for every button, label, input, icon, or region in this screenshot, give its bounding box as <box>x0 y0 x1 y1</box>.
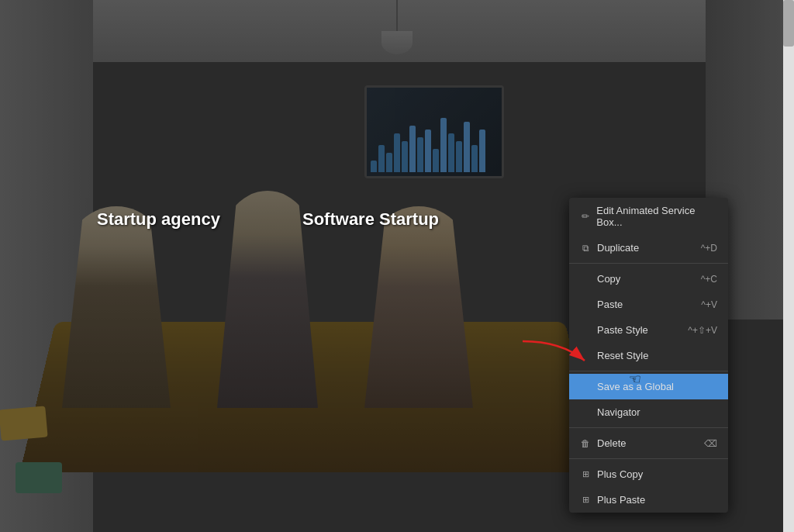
menu-item-save-global[interactable]: Save as a Global <box>569 374 728 399</box>
edit-label: Edit Animated Service Box... <box>596 205 717 228</box>
paste-style-label: Paste Style <box>597 324 648 336</box>
plus-paste-icon: ⊞ <box>580 495 591 506</box>
menu-item-edit[interactable]: ✏Edit Animated Service Box... <box>569 198 728 235</box>
copy-label: Copy <box>597 273 620 285</box>
delete-icon: 🗑 <box>580 438 591 449</box>
paste-shortcut: ^+V <box>701 299 717 310</box>
menu-item-paste[interactable]: Paste^+V <box>569 292 728 317</box>
scrollbar-thumb[interactable] <box>783 0 794 47</box>
reset-style-label: Reset Style <box>597 350 648 361</box>
paste-style-icon <box>580 325 591 336</box>
menu-item-paste-style[interactable]: Paste Style^+⇧+V <box>569 317 728 343</box>
copy-icon <box>580 274 591 285</box>
menu-item-reset-style[interactable]: Reset Style <box>569 343 728 368</box>
menu-item-copy[interactable]: Copy^+C <box>569 266 728 292</box>
edit-icon: ✏ <box>580 211 590 222</box>
bg-label-software-startup: Software Startup <box>302 209 439 230</box>
menu-item-plus-paste[interactable]: ⊞Plus Paste <box>569 487 728 513</box>
navigator-label: Navigator <box>597 406 640 418</box>
scrollbar[interactable] <box>783 0 794 532</box>
menu-divider-after-delete <box>569 458 728 459</box>
save-global-icon <box>580 382 591 392</box>
paste-label: Paste <box>597 299 623 310</box>
bg-label-startup-agency: Startup agency <box>97 209 220 230</box>
menu-item-delete[interactable]: 🗑Delete⌫ <box>569 430 728 456</box>
menu-divider-after-duplicate <box>569 263 728 264</box>
plus-copy-icon: ⊞ <box>580 469 591 480</box>
plus-paste-label: Plus Paste <box>597 494 645 506</box>
paste-style-shortcut: ^+⇧+V <box>688 325 717 336</box>
menu-divider-after-navigator <box>569 427 728 428</box>
menu-item-plus-copy[interactable]: ⊞Plus Copy <box>569 461 728 487</box>
plus-copy-label: Plus Copy <box>597 468 643 480</box>
menu-item-navigator[interactable]: Navigator <box>569 399 728 425</box>
duplicate-shortcut: ^+D <box>701 243 717 254</box>
navigator-icon <box>580 407 591 418</box>
copy-shortcut: ^+C <box>701 274 717 285</box>
save-global-label: Save as a Global <box>597 381 674 392</box>
delete-label: Delete <box>597 437 627 449</box>
duplicate-icon: ⧉ <box>580 243 591 254</box>
menu-item-duplicate[interactable]: ⧉Duplicate^+D <box>569 235 728 261</box>
paste-icon <box>580 299 591 310</box>
duplicate-label: Duplicate <box>597 242 639 254</box>
delete-shortcut: ⌫ <box>704 438 717 449</box>
reset-style-icon <box>580 351 591 361</box>
menu-divider-after-reset-style <box>569 371 728 371</box>
context-menu: ✏Edit Animated Service Box...⧉Duplicate^… <box>569 198 728 513</box>
